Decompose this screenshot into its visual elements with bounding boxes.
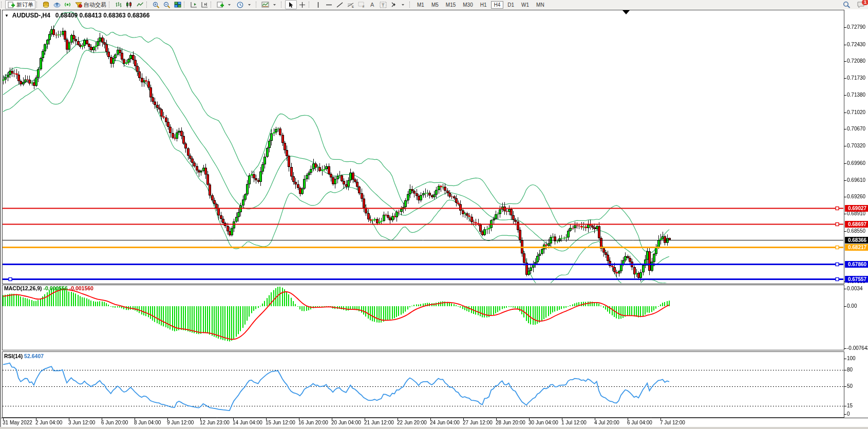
rsi-tick: 100	[847, 356, 856, 361]
rsi-label: RSI(14) 52.6407	[4, 353, 44, 359]
price-tick: 0.72080	[847, 58, 865, 64]
hline-price-badge: 0.68217	[845, 244, 868, 251]
time-tick: 31 May 2022	[3, 420, 32, 425]
price-tick: 0.72430	[847, 42, 865, 47]
chart-ohlc-quotes: 0.68409 0.68413 0.68363 0.68366	[55, 12, 150, 19]
time-tick: 12 Jun 23:00	[200, 420, 230, 425]
time-tick: 4 Jul 20:00	[594, 420, 619, 425]
time-tick: 7 Jul 12:00	[660, 420, 685, 425]
price-tick: 0.68550	[847, 228, 865, 234]
chart-dropdown-icon[interactable]: ▼	[5, 13, 9, 18]
time-tick: 27 Jun 12:00	[463, 420, 493, 425]
time-tick: 1 Jul 12:00	[561, 420, 587, 425]
hline-price-badge: 0.67557	[845, 276, 868, 283]
macd-label: MACD(12,26,9) -0.000556 -0.001560	[4, 285, 93, 291]
time-tick: 22 Jun 20:00	[397, 420, 427, 425]
price-tick: 0.69610	[847, 177, 865, 183]
rsi-tick: 80	[847, 367, 853, 372]
price-tick: 0.72790	[847, 24, 865, 30]
current-price-badge: 0.68366	[845, 237, 868, 244]
price-tick: 0.70670	[847, 126, 865, 132]
rsi-tick: 15	[847, 403, 853, 408]
window-bottom-frame	[0, 427, 868, 429]
price-tick: 0.69260	[847, 194, 865, 199]
rsi-value: 52.6407	[24, 353, 44, 359]
chart-title: ▼ AUDUSD-,H4 0.68409 0.68413 0.68363 0.6…	[5, 12, 149, 19]
time-tick: 28 Jun 20:00	[496, 420, 525, 425]
rsi-tick: 50	[847, 383, 853, 389]
macd-tick: 0.0034	[847, 286, 863, 291]
time-tick: 14 Jun 04:00	[233, 420, 262, 425]
hline-price-badge: 0.69027	[845, 205, 868, 212]
macd-signal-value: -0.001560	[69, 285, 93, 291]
rsi-name: RSI(14)	[4, 353, 23, 359]
price-tick: 0.70320	[847, 143, 865, 148]
time-tick: 6 Jul 04:00	[627, 420, 652, 425]
time-tick: 3 Jun 12:00	[68, 420, 95, 425]
macd-name: MACD(12,26,9)	[4, 285, 42, 291]
macd-tick: 0.00	[847, 303, 857, 309]
price-tick: 0.71020	[847, 109, 865, 115]
time-tick: 30 Jun 04:00	[529, 420, 558, 425]
price-tick: 0.71730	[847, 75, 865, 81]
time-tick: 6 Jun 20:00	[101, 420, 128, 425]
macd-tick: -0.007643	[847, 345, 868, 351]
time-tick: 8 Jun 04:00	[134, 420, 161, 425]
time-tick: 21 Jun 12:00	[364, 420, 394, 425]
time-tick: 20 Jun 04:00	[331, 420, 361, 425]
time-tick: 15 Jun 12:00	[266, 420, 295, 425]
hline-price-badge: 0.67860	[845, 261, 868, 268]
window-left-frame	[0, 9, 1, 429]
price-tick: 0.69960	[847, 160, 865, 166]
time-tick: 24 Jun 04:00	[430, 420, 460, 425]
macd-main-value: -0.000556	[43, 285, 67, 291]
time-tick: 2 Jun 04:00	[35, 420, 62, 425]
chart-canvas[interactable]	[0, 0, 868, 429]
price-tick: 0.71380	[847, 92, 865, 98]
time-tick: 9 Jun 12:00	[167, 420, 194, 425]
rsi-tick: 0	[847, 411, 850, 417]
hline-price-badge: 0.68697	[845, 221, 868, 228]
time-tick: 16 Jun 20:00	[298, 420, 328, 425]
terminal-window: 新订单 自动交易	[0, 0, 868, 429]
chart-symbol-period: AUDUSD-,H4	[12, 12, 50, 19]
